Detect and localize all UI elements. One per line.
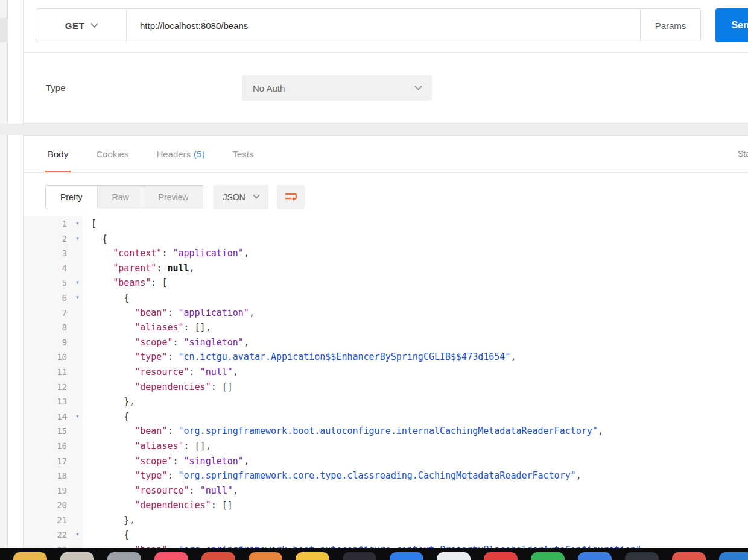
wrap-lines-button[interactable] <box>277 185 305 209</box>
fold-arrow-icon[interactable]: ▾ <box>75 527 80 542</box>
line-number: 19 <box>24 483 83 499</box>
code-line: 5▾ "beans": [ <box>24 275 748 291</box>
dock-app-icon[interactable] <box>13 552 47 560</box>
auth-type-value: No Auth <box>253 83 416 93</box>
code-line-text: { <box>83 409 129 424</box>
code-line: 16 "aliases": [], <box>24 439 748 454</box>
code-line-text: "type": "cn.ictgu.avatar.Appication$$Enh… <box>83 350 516 365</box>
code-line-text: "type": "org.springframework.core.type.c… <box>83 468 582 483</box>
line-number: 14 <box>24 409 83 424</box>
line-gutter: 21 <box>24 513 83 528</box>
line-gutter: 5▾ <box>24 275 83 291</box>
auth-type-select[interactable]: No Auth <box>242 75 432 101</box>
url-input[interactable] <box>127 9 640 42</box>
fold-arrow-icon[interactable]: ▾ <box>75 275 80 290</box>
line-gutter: 11 <box>24 365 83 380</box>
headers-count-badge: (5) <box>194 149 204 159</box>
code-line-text: { <box>83 291 129 306</box>
send-button[interactable]: Send <box>715 8 748 42</box>
chevron-down-icon <box>414 83 422 90</box>
code-line: 22▾ { <box>24 527 748 543</box>
fold-arrow-icon[interactable]: ▾ <box>75 216 80 231</box>
tab-cookies[interactable]: Cookies <box>94 136 131 172</box>
line-gutter: 22▾ <box>24 527 83 543</box>
line-number: 1 <box>24 216 83 231</box>
line-number: 17 <box>24 454 83 469</box>
fold-arrow-icon[interactable]: ▾ <box>75 231 80 246</box>
dock-app-icon[interactable] <box>107 552 141 560</box>
dock-app-icon[interactable] <box>719 552 748 560</box>
sidebar-collapsed-item <box>0 18 8 42</box>
dock-app-icon[interactable] <box>249 552 282 560</box>
dock-app-icon[interactable] <box>672 552 706 560</box>
params-button[interactable]: Params <box>640 9 700 42</box>
code-line-text: "beans": [ <box>83 275 167 291</box>
code-line-text: }, <box>83 394 135 409</box>
line-gutter: 15 <box>24 424 83 439</box>
line-gutter: 7 <box>24 306 83 321</box>
code-line: 20 "dependencies": [] <box>24 498 748 513</box>
wrap-lines-icon <box>284 192 297 203</box>
code-editor[interactable]: 1▾[2▾ {3 "context": "application",4 "par… <box>24 216 748 560</box>
chevron-down-icon <box>253 192 259 198</box>
view-mode-preview[interactable]: Preview <box>144 186 203 209</box>
format-dropdown[interactable]: JSON <box>213 185 268 209</box>
code-line-text: "dependencies": [] <box>83 380 233 395</box>
code-line: 4 "parent": null, <box>24 261 748 276</box>
code-line: 12 "dependencies": [] <box>24 380 748 395</box>
line-number: 2 <box>24 231 83 247</box>
line-gutter: 14▾ <box>24 409 83 424</box>
dock-app-icon[interactable] <box>484 552 518 560</box>
dock-app-icon[interactable] <box>531 552 565 560</box>
view-mode-raw[interactable]: Raw <box>97 186 144 209</box>
view-mode-pretty[interactable]: Pretty <box>46 186 97 209</box>
code-line-text: "aliases": [], <box>83 320 211 335</box>
dock-app-icon[interactable] <box>154 552 188 560</box>
line-number: 5 <box>24 275 83 291</box>
fold-arrow-icon[interactable]: ▾ <box>75 409 80 424</box>
line-number: 9 <box>24 335 83 350</box>
code-line-text: "aliases": [], <box>83 439 211 454</box>
auth-type-label: Type <box>46 83 66 93</box>
macos-dock[interactable] <box>0 548 748 560</box>
code-line: 3 "context": "application", <box>24 246 748 261</box>
dock-app-icon[interactable] <box>390 552 423 560</box>
code-line: 7 "bean": "application", <box>24 306 748 321</box>
dock-app-icon[interactable] <box>343 552 376 560</box>
dock-app-icon[interactable] <box>60 552 94 560</box>
view-mode-toggle: Pretty Raw Preview <box>45 185 203 209</box>
code-line-text: "resource": "null", <box>83 483 238 499</box>
line-number: 4 <box>24 261 83 276</box>
dock-app-icon[interactable] <box>437 552 471 560</box>
tab-body-label: Body <box>48 149 68 159</box>
url-bar-group: GET Params <box>36 8 701 42</box>
line-gutter: 2▾ <box>24 231 83 247</box>
dock-app-icon[interactable] <box>201 552 235 560</box>
method-dropdown[interactable]: GET <box>36 9 127 42</box>
response-tabs-row: Body Cookies Headers (5) Tests Status <box>24 136 748 173</box>
line-number: 7 <box>24 306 83 321</box>
tab-tests[interactable]: Tests <box>230 136 256 172</box>
dock-app-icon[interactable] <box>296 552 329 560</box>
code-line-text: "resource": "null", <box>83 365 238 380</box>
dock-app-icon[interactable] <box>625 552 659 560</box>
code-line: 15 "bean": "org.springframework.boot.aut… <box>24 424 748 439</box>
fold-arrow-icon[interactable]: ▾ <box>75 290 80 305</box>
line-number: 3 <box>24 246 83 261</box>
code-line: 9 "scope": "singleton", <box>24 335 748 350</box>
code-line-text: "scope": "singleton", <box>83 335 249 350</box>
dock-app-icon[interactable] <box>578 552 612 560</box>
status-label: Status <box>738 149 748 159</box>
code-line-text: "dependencies": [] <box>83 498 233 513</box>
line-number: 22 <box>24 527 83 543</box>
tab-tests-label: Tests <box>232 149 253 159</box>
code-line: 18 "type": "org.springframework.core.typ… <box>24 468 748 483</box>
section-divider <box>0 124 748 135</box>
tab-headers[interactable]: Headers (5) <box>154 136 207 172</box>
line-gutter: 10 <box>24 350 83 365</box>
line-gutter: 16 <box>24 439 83 454</box>
code-line-text: "parent": null, <box>83 261 195 276</box>
code-line: 10 "type": "cn.ictgu.avatar.Appication$$… <box>24 350 748 365</box>
code-line-text: { <box>83 231 107 247</box>
tab-body[interactable]: Body <box>45 136 71 172</box>
